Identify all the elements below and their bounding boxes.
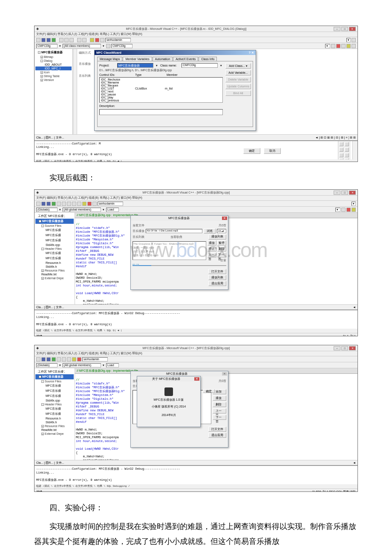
save-icon[interactable] <box>46 202 51 206</box>
undo-icon[interactable] <box>67 357 71 361</box>
tb-check-icon[interactable] <box>345 153 349 157</box>
cw-item-fileopen[interactable]: IDC_fileopen <box>100 84 222 87</box>
scroll-v[interactable] <box>352 141 357 159</box>
classwizard-close[interactable]: ? ✕ <box>249 51 254 55</box>
tree-tabs-2[interactable]: Cla... | 图R... | 文件...◄ <box>35 304 357 309</box>
tree-source-3[interactable]: -Source Files <box>35 379 74 383</box>
tab-activex[interactable]: ActiveX Events <box>173 57 198 61</box>
close-button[interactable]: ✕ <box>349 346 356 350</box>
find-combo[interactable]: serhodamin <box>82 357 108 361</box>
cw-item-pause[interactable]: IDC_pause <box>100 93 222 96</box>
tb-static-icon[interactable] <box>345 142 349 146</box>
delete-button[interactable]: 删除 <box>217 246 226 251</box>
tb-edit-icon[interactable] <box>339 147 343 152</box>
go-icon[interactable] <box>331 44 335 48</box>
tree-src2[interactable]: MFC音乐播 <box>35 233 74 238</box>
tree-headers[interactable]: -Header Files <box>35 247 74 251</box>
tree-src1[interactable]: MFC音乐播 <box>35 383 74 388</box>
tree-h1[interactable]: MFC音乐播 <box>35 251 74 256</box>
tree-src2[interactable]: MFC音乐播 <box>35 388 74 393</box>
stop-button[interactable]: 停止 <box>208 246 216 251</box>
tree-resource-h[interactable]: Resource.h <box>35 261 74 265</box>
open-file-button-3[interactable]: 打开文件 <box>208 427 226 432</box>
tree-readme-3[interactable]: ReadMe.txt <box>35 428 74 432</box>
wiz-icon[interactable] <box>92 202 97 206</box>
cut-icon[interactable] <box>57 202 61 206</box>
go-icon[interactable] <box>341 208 346 212</box>
tree-readme[interactable]: ReadMe.txt <box>35 272 74 276</box>
find-icon[interactable] <box>90 38 94 42</box>
cw-item-slider[interactable]: IDC_SLIDER1CSliderCtrlm_slider <box>100 102 222 103</box>
tree-external[interactable]: +External Depe <box>35 276 74 280</box>
add-class-button[interactable]: Add Class... ▾ <box>225 63 251 69</box>
new-icon[interactable] <box>36 357 40 361</box>
wiz-icon[interactable] <box>100 38 104 42</box>
player-close-3[interactable]: ✕ <box>222 372 227 376</box>
about-button-3[interactable]: 退出应用 <box>208 433 226 438</box>
tree-stdafx-h[interactable]: StdAfx.h <box>35 265 74 269</box>
tree-project-3[interactable]: -MFC音乐播放器 <box>35 374 74 379</box>
p-filename-field[interactable]: Kit Of Va - I Die Loved.mp3 <box>146 229 202 233</box>
output-tabs[interactable]: 组建 /调试 \ 在文件1中查找 \ 在文件2中查找 \ 结果 \ SQL D|… <box>35 159 357 162</box>
minimize-button[interactable]: – <box>334 191 340 195</box>
config-combo[interactable]: ▾ <box>325 44 330 48</box>
list-item[interactable]: 自己 - 某女声.mp3 <box>133 250 205 254</box>
add-variable-button[interactable]: Add Variable... <box>225 70 251 75</box>
tree-version[interactable]: +Version <box>35 78 72 82</box>
cut-icon[interactable] <box>57 357 61 361</box>
tree-src1[interactable]: MFC音乐播 <box>35 228 74 233</box>
tree-src3[interactable]: MFC音乐播 <box>35 393 74 399</box>
tree-res[interactable]: +Resource Files <box>35 269 74 272</box>
copy-icon[interactable] <box>62 202 66 206</box>
build-icon[interactable] <box>346 208 351 212</box>
bind-all-button[interactable]: Bind All <box>225 90 251 96</box>
play-button-3[interactable]: 播放 <box>213 396 226 401</box>
cw-item-previous[interactable]: IDC_previous <box>100 99 222 102</box>
pause-button[interactable]: 暂停 <box>217 240 226 246</box>
tb-group-icon[interactable] <box>345 147 349 152</box>
build-icon[interactable] <box>336 44 340 48</box>
redo-icon[interactable] <box>82 38 86 42</box>
player-close[interactable]: ✕ <box>222 217 227 220</box>
toggle-icon[interactable] <box>95 38 99 42</box>
tree-h2[interactable]: MFC音乐播 <box>35 256 74 261</box>
output-tabs-3[interactable]: 组建 /调试 \ 在文件1中查找 \ 在文件2中查找 \ 结果 \ SQL De… <box>35 484 357 489</box>
tb-pointer-icon[interactable] <box>339 142 343 146</box>
find-icon[interactable] <box>72 357 76 361</box>
tree-external-3[interactable]: +External Depe <box>35 432 74 436</box>
tree-stringtable[interactable]: +String Table <box>35 74 72 78</box>
func-combo[interactable]: CMFCDlg <box>111 44 133 48</box>
tree-dialog[interactable]: -Dialog <box>35 59 72 63</box>
class-combo-2[interactable]: (Globals) <box>36 208 58 212</box>
list-item[interactable]: The Grouplove 夏 Forget You - Shakira,Rih… <box>133 242 205 246</box>
find-combo[interactable]: serhodamin <box>98 202 123 206</box>
cut-icon[interactable] <box>59 38 63 42</box>
undo-icon[interactable] <box>77 38 81 42</box>
cw-item-next[interactable]: IDC_next <box>100 90 222 93</box>
tab-automation[interactable]: Automation <box>153 57 173 61</box>
next-button[interactable]: 下一首 <box>217 252 226 257</box>
cw-project-field[interactable]: MFC音乐播放器 <box>117 63 153 68</box>
ex1-icon[interactable] <box>352 208 356 212</box>
save-all-icon[interactable] <box>52 202 56 206</box>
class-combo-3[interactable]: (Globals) <box>36 363 58 367</box>
find-icon[interactable] <box>82 202 86 206</box>
cw-item-play[interactable]: IDC_play <box>100 96 222 99</box>
tree-resource-h-3[interactable]: Resource.h <box>35 416 74 420</box>
minimize-button[interactable]: – <box>334 346 340 350</box>
toolbar-combo-right[interactable]: ▾ <box>346 38 351 42</box>
tree-h2[interactable]: MFC音乐播 <box>35 411 74 416</box>
play-button[interactable]: 播放 <box>208 240 216 246</box>
find-combo[interactable]: serhodamin <box>105 38 131 42</box>
list-item[interactable]: 张惠 - 0.1 秒尽你.mp3 <box>133 254 205 257</box>
toggle-icon[interactable] <box>77 357 81 361</box>
tree-bitmap[interactable]: +Bitmap <box>35 55 72 59</box>
save-all-icon[interactable] <box>52 38 56 42</box>
wand-icon[interactable] <box>106 44 110 48</box>
copy-icon[interactable] <box>62 357 66 361</box>
open-file-button[interactable]: 打开文件 <box>208 269 226 274</box>
help-icon[interactable] <box>352 38 356 42</box>
new-icon[interactable] <box>36 202 40 206</box>
cw-item-list[interactable]: IDC_LISTCListBoxm_list <box>100 87 222 90</box>
tree-src3[interactable]: MFC音乐播 <box>35 238 74 243</box>
